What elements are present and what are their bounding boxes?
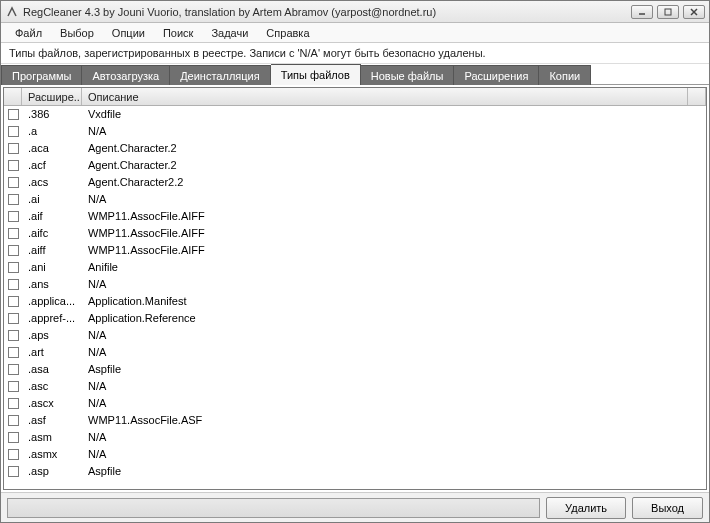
column-header-extension[interactable]: Расшире... — [22, 88, 82, 105]
tab-0[interactable]: Программы — [1, 65, 82, 85]
checkbox-icon — [8, 194, 19, 205]
row-checkbox[interactable] — [4, 109, 22, 120]
menu-item-3[interactable]: Поиск — [155, 25, 201, 41]
tab-strip: ПрограммыАвтозагрузкаДеинсталляцияТипы ф… — [1, 64, 709, 85]
tab-2[interactable]: Деинсталляция — [170, 65, 271, 85]
tab-6[interactable]: Копии — [539, 65, 591, 85]
table-row[interactable]: .aN/A — [4, 123, 706, 140]
cell-description: N/A — [82, 396, 706, 410]
cell-description: Application.Reference — [82, 311, 706, 325]
table-row[interactable]: .appref-...Application.Reference — [4, 310, 706, 327]
column-header-checkbox[interactable] — [4, 88, 22, 105]
column-header-description[interactable]: Описание — [82, 88, 688, 105]
table-row[interactable]: .ascN/A — [4, 378, 706, 395]
menu-item-5[interactable]: Справка — [258, 25, 317, 41]
minimize-button[interactable] — [631, 5, 653, 19]
row-checkbox[interactable] — [4, 143, 22, 154]
cell-description: Agent.Character2.2 — [82, 175, 706, 189]
maximize-button[interactable] — [657, 5, 679, 19]
row-checkbox[interactable] — [4, 262, 22, 273]
table-row[interactable]: .aifWMP11.AssocFile.AIFF — [4, 208, 706, 225]
tab-4[interactable]: Новые файлы — [361, 65, 455, 85]
exit-button[interactable]: Выход — [632, 497, 703, 519]
table-row[interactable]: .aiN/A — [4, 191, 706, 208]
cell-extension: .ans — [22, 277, 82, 291]
cell-extension: .asp — [22, 464, 82, 478]
table-row[interactable]: .acaAgent.Character.2 — [4, 140, 706, 157]
row-checkbox[interactable] — [4, 466, 22, 477]
row-checkbox[interactable] — [4, 432, 22, 443]
close-button[interactable] — [683, 5, 705, 19]
menu-item-1[interactable]: Выбор — [52, 25, 102, 41]
row-checkbox[interactable] — [4, 313, 22, 324]
table-row[interactable]: .asaAspfile — [4, 361, 706, 378]
delete-button[interactable]: Удалить — [546, 497, 626, 519]
cell-extension: .asa — [22, 362, 82, 376]
cell-description: WMP11.AssocFile.AIFF — [82, 243, 706, 257]
window-controls — [631, 5, 705, 19]
table-row[interactable]: .aspAspfile — [4, 463, 706, 480]
cell-description: Anifile — [82, 260, 706, 274]
tab-1[interactable]: Автозагрузка — [82, 65, 170, 85]
table-row[interactable]: .applica...Application.Manifest — [4, 293, 706, 310]
row-checkbox[interactable] — [4, 415, 22, 426]
cell-extension: .aca — [22, 141, 82, 155]
info-bar: Типы файлов, зарегистрированных в реестр… — [1, 43, 709, 64]
table-row[interactable]: .asmxN/A — [4, 446, 706, 463]
tab-5[interactable]: Расширения — [454, 65, 539, 85]
row-checkbox[interactable] — [4, 449, 22, 460]
table-row[interactable]: .artN/A — [4, 344, 706, 361]
cell-description: WMP11.AssocFile.ASF — [82, 413, 706, 427]
row-checkbox[interactable] — [4, 160, 22, 171]
cell-description: Agent.Character.2 — [82, 141, 706, 155]
menu-item-2[interactable]: Опции — [104, 25, 153, 41]
file-types-list[interactable]: Расшире... Описание .386Vxdfile.aN/A.aca… — [4, 88, 706, 489]
cell-description: N/A — [82, 192, 706, 206]
table-row[interactable]: .acfAgent.Character.2 — [4, 157, 706, 174]
checkbox-icon — [8, 432, 19, 443]
row-checkbox[interactable] — [4, 194, 22, 205]
table-row[interactable]: .aifcWMP11.AssocFile.AIFF — [4, 225, 706, 242]
table-row[interactable]: .apsN/A — [4, 327, 706, 344]
app-icon — [5, 5, 19, 19]
list-container: Расшире... Описание .386Vxdfile.aN/A.aca… — [3, 87, 707, 490]
row-checkbox[interactable] — [4, 177, 22, 188]
table-row[interactable]: .asmN/A — [4, 429, 706, 446]
table-row[interactable]: .asfWMP11.AssocFile.ASF — [4, 412, 706, 429]
cell-description: N/A — [82, 430, 706, 444]
menu-item-4[interactable]: Задачи — [203, 25, 256, 41]
row-checkbox[interactable] — [4, 330, 22, 341]
checkbox-icon — [8, 262, 19, 273]
row-checkbox[interactable] — [4, 347, 22, 358]
cell-description: WMP11.AssocFile.AIFF — [82, 209, 706, 223]
checkbox-icon — [8, 347, 19, 358]
table-row[interactable]: .aiffWMP11.AssocFile.AIFF — [4, 242, 706, 259]
table-row[interactable]: .aniAnifile — [4, 259, 706, 276]
table-row[interactable]: .ansN/A — [4, 276, 706, 293]
tab-3[interactable]: Типы файлов — [271, 64, 361, 85]
cell-extension: .aiff — [22, 243, 82, 257]
menu-item-0[interactable]: Файл — [7, 25, 50, 41]
row-checkbox[interactable] — [4, 398, 22, 409]
checkbox-icon — [8, 177, 19, 188]
row-checkbox[interactable] — [4, 228, 22, 239]
row-checkbox[interactable] — [4, 296, 22, 307]
checkbox-icon — [8, 330, 19, 341]
table-row[interactable]: .386Vxdfile — [4, 106, 706, 123]
cell-extension: .asc — [22, 379, 82, 393]
status-bar — [7, 498, 540, 518]
checkbox-icon — [8, 364, 19, 375]
checkbox-icon — [8, 313, 19, 324]
row-checkbox[interactable] — [4, 364, 22, 375]
table-row[interactable]: .ascxN/A — [4, 395, 706, 412]
cell-description: N/A — [82, 277, 706, 291]
row-checkbox[interactable] — [4, 245, 22, 256]
row-checkbox[interactable] — [4, 211, 22, 222]
row-checkbox[interactable] — [4, 381, 22, 392]
table-row[interactable]: .acsAgent.Character2.2 — [4, 174, 706, 191]
row-checkbox[interactable] — [4, 126, 22, 137]
checkbox-icon — [8, 160, 19, 171]
cell-description: Vxdfile — [82, 107, 706, 121]
cell-extension: .art — [22, 345, 82, 359]
row-checkbox[interactable] — [4, 279, 22, 290]
